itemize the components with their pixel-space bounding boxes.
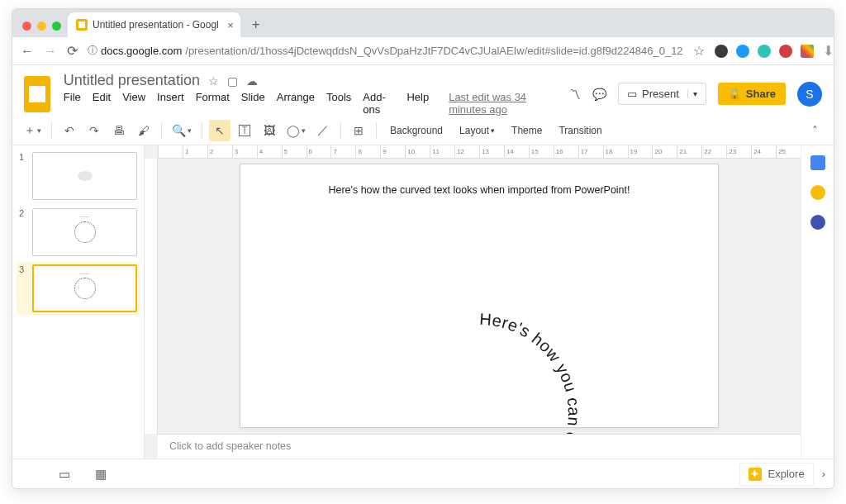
curved-text: Here's how you can curve text using Powe… (389, 310, 583, 434)
comments-icon[interactable]: 💬 (592, 88, 606, 101)
collapse-toolbar-icon[interactable]: ˄ (804, 120, 825, 141)
explore-button[interactable]: ✦ Explore (739, 463, 814, 486)
slide-heading-text[interactable]: Here's how the curved text looks when im… (240, 184, 718, 196)
lock-icon: 🔒 (728, 88, 741, 100)
side-panel-rail (801, 145, 834, 459)
print-button[interactable]: 🖶 (108, 120, 130, 141)
slide-canvas[interactable]: Here's how the curved text looks when im… (240, 164, 719, 428)
menu-format[interactable]: Format (196, 91, 230, 116)
forward-icon[interactable]: → (44, 44, 57, 59)
notes-placeholder: Click to add speaker notes (169, 440, 291, 452)
browser-window: Untitled presentation - Googl × + ← → ⟳ … (12, 8, 834, 489)
menu-view[interactable]: View (122, 91, 145, 116)
menu-file[interactable]: File (64, 91, 81, 116)
cloud-status-icon[interactable]: ☁ (246, 74, 258, 88)
side-panel-toggle-icon[interactable]: › (822, 468, 825, 480)
slide-stage[interactable]: Here's how the curved text looks when im… (158, 159, 801, 434)
last-edit-link[interactable]: Last edit was 34 minutes ago (449, 91, 561, 116)
download-icon[interactable]: ⬇ (822, 43, 834, 59)
line-tool[interactable]: ／ (312, 120, 334, 141)
tasks-icon[interactable] (810, 215, 825, 230)
slide-thumbnails: 1 2 ——— 3 ——— (12, 145, 145, 459)
transition-button[interactable]: Transition (552, 120, 608, 141)
tab-title: Untitled presentation - Googl (93, 19, 219, 31)
ext-icon[interactable] (801, 45, 814, 58)
filmstrip-view-icon[interactable]: ▭ (59, 467, 70, 482)
background-button[interactable]: Background (383, 120, 449, 141)
thumb-1[interactable]: 1 (19, 152, 137, 200)
work-area: 1 2 ——— 3 ——— 1234567891011121314 (12, 145, 801, 459)
menu-tools[interactable]: Tools (326, 91, 351, 116)
slides-logo[interactable] (24, 76, 50, 112)
horizontal-ruler: 1234567891011121314151617181920212223242… (158, 145, 801, 159)
layout-button[interactable]: Layout▾ (453, 120, 501, 141)
shape-tool[interactable]: ◯▾ (283, 120, 309, 141)
svg-text:Here's how you can curve text : Here's how you can curve text using Powe… (389, 310, 583, 434)
document-title[interactable]: Untitled presentation (64, 72, 200, 89)
undo-button[interactable]: ↶ (59, 120, 80, 141)
account-avatar[interactable]: S (797, 82, 822, 107)
move-doc-icon[interactable]: ▢ (227, 74, 238, 88)
new-tab-button[interactable]: + (245, 14, 267, 36)
ext-icon[interactable] (736, 45, 749, 58)
thumb-3[interactable]: 3 ——— (17, 262, 140, 315)
close-window-dot[interactable] (22, 21, 31, 31)
menu-addons[interactable]: Add-ons (363, 91, 395, 116)
menu-help[interactable]: Help (406, 91, 429, 116)
app-titlebar: Untitled presentation ☆ ▢ ☁ File Edit Vi… (12, 65, 834, 116)
present-button[interactable]: ▭ Present ▾ (618, 83, 706, 105)
url-host: docs.google.com (101, 45, 182, 57)
share-button[interactable]: 🔒 Share (718, 83, 786, 105)
redo-button[interactable]: ↷ (83, 120, 105, 141)
menu-edit[interactable]: Edit (93, 91, 111, 116)
new-slide-button[interactable]: ＋▾ (21, 120, 45, 141)
close-tab-icon[interactable]: × (227, 19, 234, 31)
url-field[interactable]: ⓘ docs.google.com/presentation/d/1hoss4j… (88, 44, 683, 58)
present-dropdown-icon[interactable]: ▾ (687, 89, 697, 98)
theme-button[interactable]: Theme (505, 120, 549, 141)
maximize-window-dot[interactable] (52, 21, 61, 31)
ext-icon[interactable] (758, 45, 771, 58)
thumb-2[interactable]: 2 ——— (19, 208, 137, 256)
canvas-area: 1234567891011121314151617181920212223242… (145, 145, 801, 459)
slides-favicon (76, 19, 88, 31)
ext-icon[interactable] (715, 45, 728, 58)
url-path: /presentation/d/1hoss4jDctewqddsN_QvVsDp… (185, 45, 682, 57)
reload-icon[interactable]: ⟳ (67, 43, 78, 59)
zoom-button[interactable]: 🔍▾ (169, 120, 195, 141)
ext-icon[interactable] (779, 45, 792, 58)
textbox-tool[interactable]: 🅃 (234, 120, 255, 141)
menu-slide[interactable]: Slide (241, 91, 265, 116)
menu-insert[interactable]: Insert (157, 91, 184, 116)
browser-tab[interactable]: Untitled presentation - Googl × (68, 12, 240, 37)
star-doc-icon[interactable]: ☆ (208, 74, 219, 88)
share-label: Share (746, 88, 776, 100)
select-tool[interactable]: ↖ (209, 120, 231, 141)
calendar-icon[interactable] (810, 155, 825, 170)
toolbar: ＋▾ ↶ ↷ 🖶 🖌 🔍▾ ↖ 🅃 🖼 ◯▾ ／ ⊞ Background La… (12, 116, 834, 145)
back-icon[interactable]: ← (21, 44, 34, 59)
explore-icon: ✦ (749, 468, 762, 481)
star-icon[interactable]: ☆ (693, 43, 705, 59)
avatar-initial: S (806, 88, 813, 101)
bottom-bar: ▭ ▦ ✦ Explore › (12, 459, 834, 488)
menu-bar: File Edit View Insert Format Slide Arran… (64, 91, 561, 116)
keep-icon[interactable] (810, 185, 825, 200)
present-icon: ▭ (627, 88, 637, 100)
paint-format-button[interactable]: 🖌 (133, 120, 154, 141)
slides-app: Untitled presentation ☆ ▢ ☁ File Edit Vi… (12, 65, 834, 488)
image-tool[interactable]: 🖼 (259, 120, 280, 141)
lock-icon: ⓘ (88, 44, 97, 58)
activity-icon[interactable]: 〽 (569, 88, 581, 101)
comment-tool[interactable]: ⊞ (348, 120, 369, 141)
grid-view-icon[interactable]: ▦ (95, 467, 107, 482)
browser-tab-strip: Untitled presentation - Googl × + (12, 9, 834, 37)
minimize-window-dot[interactable] (37, 21, 46, 31)
browser-address-bar: ← → ⟳ ⓘ docs.google.com/presentation/d/1… (12, 37, 834, 65)
speaker-notes[interactable]: Click to add speaker notes (158, 434, 801, 459)
curved-text-object[interactable]: Here's how you can curve text using Powe… (372, 307, 587, 434)
vertical-ruler (145, 159, 158, 434)
explore-label: Explore (768, 468, 805, 480)
menu-arrange[interactable]: Arrange (277, 91, 315, 116)
extension-icons: ⬇ ✦ ⋮ (715, 42, 834, 60)
